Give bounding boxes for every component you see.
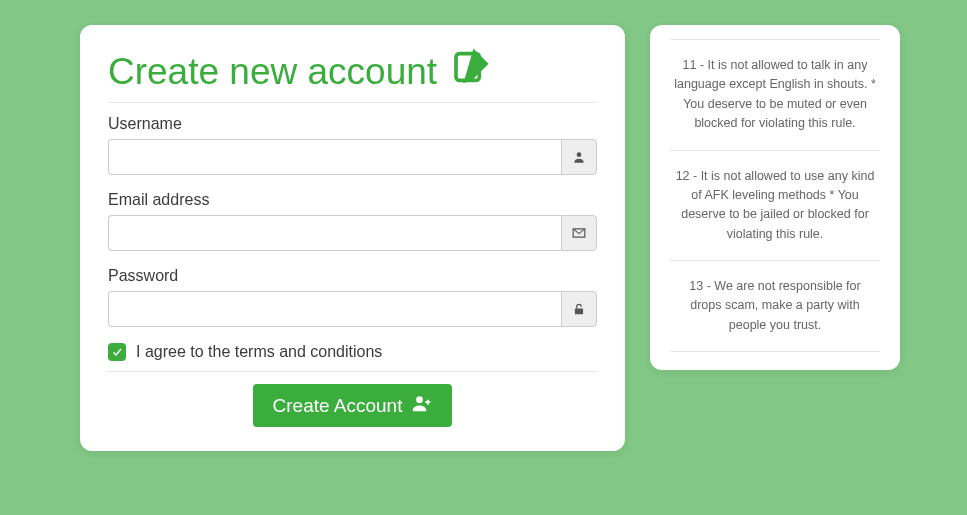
rules-card: 11 - It is not allowed to talk in any la… (650, 25, 900, 370)
svg-point-1 (577, 152, 582, 157)
terms-label[interactable]: I agree to the terms and conditions (136, 343, 382, 361)
edit-icon (451, 47, 491, 96)
page-title: Create new account (108, 51, 437, 93)
rule-item: 11 - It is not allowed to talk in any la… (670, 40, 880, 150)
create-account-button-label: Create Account (273, 395, 403, 417)
svg-rect-2 (575, 308, 583, 314)
terms-checkbox[interactable] (108, 343, 126, 361)
divider (108, 102, 597, 103)
create-account-button[interactable]: Create Account (253, 384, 453, 427)
username-label: Username (108, 115, 597, 133)
email-input[interactable] (108, 215, 561, 251)
create-account-card: Create new account Username Email addres… (80, 25, 625, 451)
divider (670, 351, 880, 352)
user-icon (561, 139, 597, 175)
divider (108, 371, 597, 372)
page-title-row: Create new account (108, 47, 597, 96)
email-label: Email address (108, 191, 597, 209)
user-plus-icon (412, 393, 432, 418)
rule-item: 12 - It is not allowed to use any kind o… (670, 151, 880, 261)
password-input[interactable] (108, 291, 561, 327)
lock-icon (561, 291, 597, 327)
rule-item: 13 - We are not responsible for drops sc… (670, 261, 880, 351)
password-label: Password (108, 267, 597, 285)
envelope-icon (561, 215, 597, 251)
username-input[interactable] (108, 139, 561, 175)
svg-point-3 (417, 396, 424, 403)
